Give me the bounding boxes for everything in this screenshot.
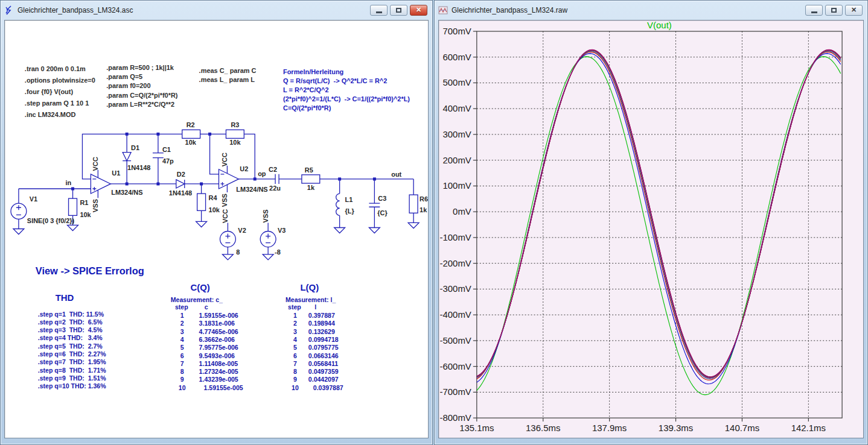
ground-symbols	[13, 221, 419, 259]
table-value-cell: 0.0397887	[313, 384, 343, 391]
x-axis-tick-label: 136.5ms	[526, 423, 560, 433]
schematic-window: Gleichrichter_bandpass_LM324.asc ✕	[0, 0, 433, 445]
y-axis-tick-label: 500mV	[442, 77, 471, 87]
table-value-cell: 6.3662e-006	[199, 336, 235, 343]
label-d1: D1	[131, 144, 139, 151]
table-step-cell: 6	[180, 352, 184, 359]
table-value-cell: 1.27324e-005	[199, 368, 238, 375]
x-axis-tick-label: 135.1ms	[459, 423, 494, 433]
table-col-header: c	[205, 303, 208, 311]
table-value-cell: 1.11408e-005	[199, 360, 238, 367]
directive-line: .tran 0 200m 0 0.1m	[25, 65, 86, 72]
thd-result-line: .step q=9 THD: 1.51%	[38, 374, 106, 382]
formula-comment-line: C=Q/(2*pi*f0*R)	[283, 104, 331, 112]
schematic-window-title: Gleichrichter_bandpass_LM324.asc	[18, 6, 370, 14]
label-u2-vss: VSS	[221, 194, 228, 207]
formula-comment-line: (2*pi*f0)^2=1/(L*C) -> C=1/((2*pi*f0)^2*…	[283, 95, 410, 103]
C(Q)-heading: C(Q)	[190, 282, 209, 292]
table-step-cell: 3	[180, 328, 184, 335]
waveform-file-icon	[438, 5, 448, 15]
label-u2: U2	[240, 165, 248, 172]
minimize-button[interactable]	[370, 5, 388, 16]
label-r4-value: 10k	[209, 206, 220, 213]
label-v3-value: -8	[275, 248, 281, 256]
plot-border	[477, 31, 842, 418]
thd-result-line: .step q=8 THD: 1.71%	[38, 367, 106, 374]
label-c1: C1	[162, 146, 171, 153]
table-step-cell: 2	[293, 320, 297, 327]
label-c3: C3	[378, 195, 386, 202]
thd-result-line: .step q=4 THD: 3.4%	[38, 334, 103, 341]
directive-line: .options plotwinsize=0	[25, 77, 95, 84]
y-axis-tick-label: -800mV	[439, 412, 471, 423]
label-node-op: op	[258, 170, 266, 177]
label-node-in: in	[66, 179, 72, 186]
label-v2-vcc: VCC	[222, 209, 229, 223]
source-v3	[260, 232, 276, 247]
directive-line: .param L=R**2*C/Q**2	[106, 101, 174, 108]
measurement-label: Measurement: l_	[286, 296, 336, 303]
opamp-u1	[91, 174, 110, 194]
formula-comment-line: L = R^2*C/Q^2	[283, 86, 328, 93]
desktop: Gleichrichter_bandpass_LM324.asc ✕	[0, 0, 868, 445]
table-value-cell: 0.397887	[308, 312, 335, 319]
maximize-button[interactable]	[825, 5, 843, 16]
traces	[477, 49, 841, 394]
trace-Q=8	[477, 50, 841, 377]
L(Q)-heading: L(Q)	[300, 282, 319, 292]
label-r5: R5	[305, 166, 313, 174]
label-d2: D2	[177, 171, 185, 178]
y-axis-tick-label: 300mV	[442, 129, 471, 139]
y-axis-tick-label: 0mV	[453, 206, 471, 216]
label-c2: C2	[269, 166, 277, 173]
table-step-cell: 4	[293, 336, 297, 343]
directive-line: .inc LM324.MOD	[25, 111, 76, 118]
close-button[interactable]: ✕	[845, 5, 863, 16]
table-step-cell: 5	[180, 344, 184, 351]
schematic-canvas[interactable]: inV1SINE(0 3 {f0/2})R110kU1LM324/NSVCCVS…	[5, 21, 428, 438]
table-value-cell: 4.77465e-006	[199, 328, 238, 335]
label-c2-value: 22u	[269, 185, 281, 192]
plot-grid	[473, 31, 842, 421]
table-value-cell: 0.0497359	[308, 368, 339, 375]
plot-title: V(out)	[647, 21, 672, 30]
y-axis-tick-label: -300mV	[439, 283, 471, 294]
table-step-cell: 8	[180, 368, 184, 375]
schematic-titlebar[interactable]: Gleichrichter_bandpass_LM324.asc ✕	[1, 1, 432, 19]
inductor-l1	[336, 194, 340, 215]
table-step-cell: 1	[293, 312, 297, 319]
waveform-plot-area: 700mV600mV500mV400mV300mV200mV100mV0mV-1…	[438, 20, 864, 438]
directive-line: .meas L_ param L	[199, 76, 255, 83]
schematic-canvas-area: inV1SINE(0 3 {f0/2})R110kU1LM324/NSVCCVS…	[4, 20, 429, 438]
diode-d1	[123, 153, 131, 161]
waveform-titlebar[interactable]: Gleichrichter_bandpass_LM324.raw ✕	[435, 1, 867, 19]
thd-result-line: .step q=7 THD: 1.95%	[38, 358, 106, 365]
minimize-button[interactable]	[805, 5, 823, 16]
label-u1-vcc: VCC	[92, 157, 99, 171]
table-step-cell: 8	[293, 368, 297, 375]
label-u2-vcc: VCC	[221, 153, 228, 166]
thd-result-line: .step q=2 THD: 6.5%	[38, 318, 103, 326]
table-step-cell: 3	[293, 328, 297, 335]
table-step-cell: 1	[180, 312, 184, 319]
table-col-header: l	[314, 303, 316, 311]
table-step-cell: 5	[293, 344, 297, 351]
label-r6: R6	[420, 195, 428, 203]
directive-line: .param R=500 ; 1k||1k	[106, 64, 174, 71]
trace-Q=5	[477, 51, 841, 378]
table-value-cell: 9.5493e-006	[199, 352, 235, 359]
y-axis-tick-label: -400mV	[439, 309, 471, 320]
label-r3: R3	[231, 121, 239, 128]
maximize-button[interactable]	[390, 5, 407, 16]
label-u1: U1	[112, 169, 120, 177]
table-value-cell: 0.132629	[308, 328, 335, 335]
table-col-header: step	[175, 303, 188, 311]
directive-line: .param C=Q/(2*pi*f0*R)	[106, 92, 178, 99]
formula-comment-line: Q = R/sqrt(L/C) -> Q^2*L/C = R^2	[283, 77, 387, 84]
label-c3-value: {C}	[377, 209, 388, 216]
resistor-r2	[182, 130, 200, 138]
waveform-plot[interactable]: 700mV600mV500mV400mV300mV200mV100mV0mV-1…	[439, 21, 863, 438]
directive-line: .step param Q 1 10 1	[25, 99, 89, 107]
close-button[interactable]: ✕	[410, 5, 427, 16]
table-value-cell: 0.0994718	[308, 336, 339, 343]
